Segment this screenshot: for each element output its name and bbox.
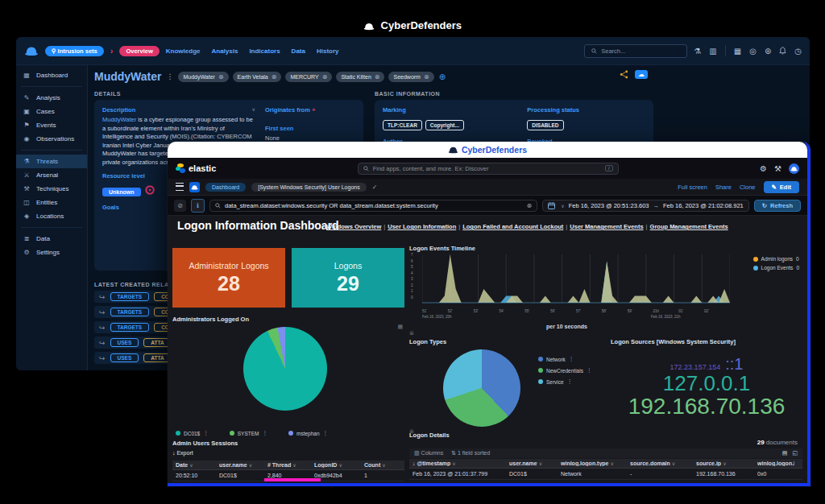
sidebar-item-observations[interactable]: ◉Observations [16, 132, 87, 146]
remove-alias-icon[interactable]: ⊗ [272, 73, 277, 81]
remove-alias-icon[interactable]: ⊗ [375, 73, 380, 81]
gear-icon[interactable]: ⚙ [760, 164, 767, 173]
metric-admin-logons[interactable]: Administrator Logons 28 [172, 248, 285, 308]
nav-link-data[interactable]: Data [292, 48, 305, 55]
sidebar-item-settings[interactable]: ⚙Settings [16, 246, 87, 259]
date-to[interactable]: Feb 16, 2023 @ 21:02:08.921 [663, 202, 744, 209]
data-processing-icon[interactable]: ⊛ [765, 47, 771, 56]
legend-menu-icon[interactable]: ⋮ [569, 356, 574, 362]
title-menu-icon[interactable]: ⋮ [166, 72, 173, 81]
investigations-icon[interactable]: ▥ [709, 47, 716, 56]
explore-icon[interactable]: ◎ [749, 47, 757, 56]
panel-options-icon[interactable]: ▦ [397, 324, 403, 330]
remove-alias-icon[interactable]: ⊗ [218, 73, 224, 81]
date-range-picker[interactable]: ∨ Feb 16, 2023 @ 20:51:23.603 → Feb 16, … [542, 200, 748, 212]
alias-chip[interactable]: MuddyWater⊗ [178, 72, 228, 82]
metric-logons[interactable]: Logons 29 [292, 248, 404, 308]
collapse-chevron-icon[interactable]: ∨ [252, 106, 255, 114]
columns-button[interactable]: ▥ Columns [414, 450, 443, 456]
dashboard-link[interactable]: User Management Events [570, 223, 643, 230]
panel-admin-users-sessions[interactable]: Admin Users Sessions ↓ Export Date∨user.… [172, 440, 404, 481]
panel-logon-types[interactable]: Logon Types ≣ Network⋮NewCredentials⋮Ser… [409, 338, 607, 436]
dashboard-link[interactable]: Group Management Events [650, 223, 728, 230]
legend-menu-icon[interactable]: ⋮ [567, 378, 573, 385]
marking-chip[interactable]: Copyright... [425, 120, 464, 130]
panel-options-icon[interactable]: ≣ [409, 330, 414, 337]
alias-chip[interactable]: Static Kitten⊗ [336, 72, 384, 82]
nav-link-indicators[interactable]: Indicators [249, 48, 280, 55]
tag-192.168.70.136[interactable]: 192.168.70.136 [628, 394, 786, 419]
fullscreen-icon[interactable]: ◱ [792, 450, 798, 456]
tag-172.23.157.154[interactable]: 172.23.157.154 [670, 363, 721, 371]
legend-menu-icon[interactable]: ⋮ [587, 367, 592, 374]
octi-search-box[interactable]: Search... [584, 44, 687, 58]
breadcrumb-dashboard[interactable]: Dashboard [205, 183, 246, 192]
alias-chip[interactable]: MERCURY⊗ [285, 72, 332, 82]
elastic-logo[interactable]: elastic [176, 163, 216, 173]
column-header-user-name[interactable]: user.name∨ [509, 461, 561, 466]
legend-item[interactable]: mstephan⋮ [288, 430, 328, 436]
column-header-source-domain[interactable]: source.domain∨ [630, 461, 696, 466]
remove-alias-icon[interactable]: ⊗ [322, 73, 328, 81]
grid-view-icon[interactable]: ▤ [782, 450, 788, 456]
import-icon[interactable]: ⚗ [694, 47, 701, 56]
action-clone[interactable]: Clone [740, 184, 756, 191]
notifications-bell-icon[interactable] [779, 47, 786, 55]
date-from[interactable]: Feb 16, 2023 @ 20:51:23.603 [569, 202, 649, 209]
panel-logon-sources[interactable]: Logon Sources [Windows System Security] … [611, 338, 802, 431]
sidebar-item-dashboard[interactable]: ▦Dashboard [16, 68, 87, 82]
column-header---thread[interactable]: # Thread∨ [267, 462, 314, 468]
panel-logon-details[interactable]: Logon Details 29 documents ▥ Columns ⇅ 1… [409, 432, 802, 481]
share-icon[interactable] [620, 70, 628, 79]
legend-item[interactable]: Logon Events0 [753, 265, 799, 271]
sidebar-item-analysis[interactable]: ✎Analysis [16, 91, 87, 105]
sidebar-item-events[interactable]: ⚑Events [16, 118, 87, 132]
dashboard-link[interactable]: Logon Failed and Account Lockout [462, 223, 563, 230]
nav-link-history[interactable]: History [317, 48, 339, 55]
entity-type-badge[interactable]: ⚲ Intrusion sets [45, 46, 104, 56]
alias-chip[interactable]: Seedworm⊗ [388, 72, 433, 82]
kibana-logo-icon[interactable] [189, 182, 200, 192]
sidebar-item-locations[interactable]: ◈Locations [16, 209, 87, 223]
column-header-user-name[interactable]: user.name∨ [219, 462, 267, 468]
column-header-winlog-logon-type[interactable]: winlog.logon.type∨ [561, 461, 630, 466]
action-full-screen[interactable]: Full screen [678, 184, 707, 191]
tag-127.0.0.1[interactable]: 127.0.0.1 [663, 371, 750, 395]
legend-item[interactable]: Admin logons0 [753, 256, 799, 262]
query-info-icon[interactable]: ℹ [191, 199, 205, 213]
sidebar-item-arsenal[interactable]: ⚔Arsenal [16, 168, 87, 182]
sorted-button[interactable]: ⇅ 1 field sorted [451, 450, 490, 456]
dev-tools-icon[interactable]: ⚒ [774, 164, 781, 173]
global-search-input[interactable]: Find apps, content, and more. Ex: Discov… [358, 163, 619, 175]
resource-level-value[interactable]: Unknown [102, 188, 141, 196]
filter-icon[interactable]: ⊘ [174, 200, 186, 212]
cloud-sync-icon[interactable]: ☁ [635, 70, 648, 79]
legend-item[interactable]: DC01$⋮ [176, 430, 209, 436]
sidebar-item-data[interactable]: ≣Data [16, 232, 87, 246]
legend-item[interactable]: NewCredentials⋮ [538, 367, 591, 374]
breadcrumb-dashboard-title[interactable]: [System Windows Security] User Logons [251, 183, 366, 192]
analytics-icon[interactable]: ▦ [734, 47, 741, 56]
dashboard-link[interactable]: Windows Overview [326, 223, 381, 230]
tab-overview[interactable]: Overview [119, 46, 159, 56]
legend-item[interactable]: Service⋮ [538, 378, 591, 385]
scrollbar-thumb[interactable] [264, 478, 321, 481]
dashboard-link[interactable]: User Logon Information [388, 223, 456, 230]
export-link[interactable]: ↓ Export [172, 450, 404, 456]
sidebar-item-threats[interactable]: ⚗Threats [16, 155, 87, 168]
avatar[interactable] [789, 163, 799, 174]
legend-menu-icon[interactable]: ⋮ [323, 430, 329, 436]
column-header-logonid[interactable]: LogonID∨ [314, 462, 364, 468]
profile-icon[interactable]: ◷ [794, 47, 802, 56]
remove-alias-icon[interactable]: ⊗ [424, 73, 429, 81]
alias-chip[interactable]: Earth Vetala⊗ [233, 72, 282, 82]
legend-menu-icon[interactable]: ⋮ [262, 430, 267, 436]
clear-query-icon[interactable]: ⊗ [527, 202, 532, 209]
legend-menu-icon[interactable]: ⋮ [203, 430, 209, 436]
column-header--timestamp[interactable]: ↓ @timestamp∨ [412, 461, 509, 466]
marking-chip[interactable]: TLP:CLEAR [383, 120, 422, 130]
refresh-button[interactable]: ↻Refresh [754, 200, 801, 212]
sidebar-item-techniques[interactable]: ⚒Techniques [16, 182, 87, 196]
column-header-winlog-logon-id[interactable]: winlog.logon.id∨ [757, 461, 794, 466]
nav-link-analysis[interactable]: Analysis [211, 48, 238, 55]
